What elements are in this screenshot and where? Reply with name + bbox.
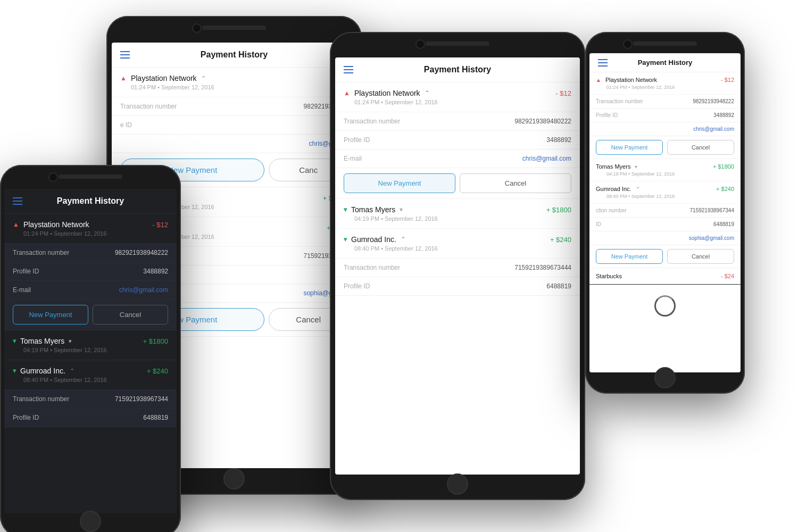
home-button-phone1[interactable]: [223, 468, 245, 489]
transaction-value2: 715921938967344: [115, 395, 168, 403]
transaction-row2: ction number 715921938967344: [589, 204, 741, 218]
link-icon: ⌃: [201, 75, 206, 82]
profile-value: 3488892: [546, 136, 571, 144]
action-row2-phone4: New Payment Cancel: [589, 245, 741, 268]
menu-icon-phone2[interactable]: [13, 197, 22, 205]
transaction-row: Transaction number 9829219389480222: [335, 112, 580, 131]
home-button-phone3[interactable]: [447, 473, 468, 495]
list-item[interactable]: ▾ Gumroad Inc. ⌃ + $240 08:40 PM • Septe…: [335, 229, 580, 259]
email-value: chris@gmail.com: [522, 155, 571, 162]
list-item[interactable]: Tomas Myers ▾ + $1800 04:19 PM • Septemb…: [589, 159, 741, 181]
email-label: E-mail: [344, 155, 362, 162]
cancel-button2[interactable]: Cancel: [667, 249, 734, 264]
phone-4-screen: Payment History ▲ Playstation Network - …: [589, 53, 741, 372]
transaction-label2: ction number: [596, 207, 627, 213]
transaction-value2: 7159219389673444: [514, 264, 571, 271]
menu-icon-phone1[interactable]: [120, 51, 130, 59]
email-value2: sophia@gmail.com: [689, 235, 734, 241]
list-item[interactable]: Starbucks - $24: [589, 268, 741, 285]
transaction-row2: Transaction number 715921938967344: [4, 390, 177, 409]
list-item[interactable]: ▲ Playstation Network - $12 01:24 PM • S…: [4, 214, 177, 244]
payment-time: 01:24 PM • September 12, 2016: [131, 84, 348, 90]
payment-time: 01:24 PM • September 12, 2016: [606, 85, 734, 90]
phone3-content: ▲ Playstation Network ⌃ - $12 01:24 PM •…: [335, 82, 580, 473]
payment-name: Playstation Network: [23, 220, 89, 229]
profile-row: e ID 348...: [112, 116, 356, 135]
app-title-phone4: Payment History: [638, 59, 693, 66]
profile-row: Profile ID 3488892: [589, 109, 741, 122]
profile-label: Profile ID: [596, 112, 618, 118]
list-item[interactable]: ▲ Playstation Network ⌃ 01:24 PM • Septe…: [112, 68, 356, 97]
menu-icon-phone3[interactable]: [344, 66, 353, 73]
payment-time: 04:19 PM • September 12, 2016: [23, 347, 168, 353]
app-header-phone1: Payment History: [112, 43, 356, 68]
list-item[interactable]: ▾ Tomas Myers ▾ + $1800 04:19 PM • Septe…: [335, 199, 580, 229]
list-item[interactable]: ▾ Tomas Myers ▾ + $1800 04:19 PM • Septe…: [4, 330, 177, 360]
payment-amount: + $240: [147, 367, 168, 375]
action-row-phone2: New Payment Cancel: [4, 300, 177, 330]
transaction-row: Transaction number 98292193894...: [112, 97, 356, 116]
link-icon: ⌃: [70, 368, 74, 375]
new-payment-button[interactable]: New Payment: [596, 140, 663, 155]
app-header-phone2: Payment History: [4, 189, 177, 214]
list-item[interactable]: Gumroad Inc. ⌃ + $240 08:40 PM • Septemb…: [589, 181, 741, 204]
phone4-content: ▲ Playstation Network - $12 01:24 PM • S…: [589, 72, 741, 369]
new-payment-button[interactable]: New Payment: [344, 173, 455, 193]
link-icon: ⌃: [425, 89, 430, 97]
payment-name: Gumroad Inc.: [20, 367, 65, 375]
app-title-phone1: Payment History: [201, 50, 268, 60]
profile-row2: Profile ID 6488819: [4, 409, 177, 427]
list-item[interactable]: ▾ Gumroad Inc. ⌃ + $240 08:40 PM • Septe…: [4, 360, 177, 390]
email-label: E-mail: [13, 286, 31, 294]
chevron-up-icon: ▲: [596, 77, 601, 83]
menu-icon-phone4[interactable]: [598, 59, 608, 66]
new-payment-button[interactable]: New Payment: [13, 305, 88, 325]
payment-time: 08:40 PM • September 12, 2016: [354, 245, 571, 252]
home-button-phone2[interactable]: [80, 511, 101, 532]
phone-3-screen: Payment History ▲ Playstation Network ⌃ …: [335, 57, 580, 475]
profile-row2: ID 6488819: [589, 218, 741, 231]
payment-name: Tomas Myers: [20, 337, 64, 345]
chevron-down-icon: ▾: [13, 337, 16, 345]
payment-amount: + $240: [716, 186, 734, 192]
home-button-phone4[interactable]: [654, 367, 676, 388]
new-payment-button2[interactable]: New Payment: [596, 249, 663, 264]
payment-amount: + $1800: [546, 206, 571, 214]
payment-name: Tomas Myers: [351, 205, 395, 214]
chevron-up-icon: ▲: [344, 89, 350, 97]
payment-amount: - $12: [555, 89, 571, 97]
payment-amount: - $24: [721, 273, 734, 279]
profile-value2: 6488819: [713, 221, 734, 227]
payment-amount: + $1800: [143, 337, 168, 345]
list-item[interactable]: ▲ Playstation Network ⌃ - $12 01:24 PM •…: [335, 82, 580, 112]
cancel-button[interactable]: Cancel: [460, 173, 571, 193]
payment-name: Gumroad Inc.: [596, 186, 631, 192]
profile-value: 3488892: [713, 112, 734, 118]
payment-time: 04:19 PM • September 12, 2016: [354, 215, 571, 222]
payment-name: Gumroad Inc.: [351, 235, 396, 244]
app-header-phone3: Payment History: [335, 57, 580, 82]
profile-value: 3488892: [143, 268, 168, 275]
profile-row: Profile ID 3488892: [335, 131, 580, 149]
cancel-button[interactable]: Cancel: [93, 305, 168, 325]
phone-4: Payment History ▲ Playstation Network - …: [585, 32, 745, 394]
payment-name: Playstation Network: [605, 77, 657, 83]
profile-row: Profile ID 3488892: [4, 262, 177, 281]
payment-time: 01:24 PM • September 12, 2016: [354, 99, 571, 105]
payment-time: 08:40 PM • September 12, 2016: [23, 377, 168, 383]
transaction-label2: Transaction number: [344, 264, 400, 271]
payment-amount: - $12: [152, 221, 168, 229]
phone2-content: ▲ Playstation Network - $12 01:24 PM • S…: [4, 214, 177, 513]
email-row2: sophia@gmail.com: [589, 231, 741, 245]
payment-name: Playstation Network: [131, 74, 197, 82]
link-icon: ⌃: [636, 186, 640, 192]
chevron-down-icon: ▾: [635, 164, 637, 170]
list-item[interactable]: ▲ Playstation Network - $12 01:24 PM • S…: [589, 72, 741, 95]
cancel-button[interactable]: Cancel: [667, 140, 734, 155]
payment-name: Starbucks: [596, 273, 622, 279]
profile-label2: Profile ID: [13, 414, 39, 421]
action-row-phone4: New Payment Cancel: [589, 136, 741, 159]
action-row-phone3: New Payment Cancel: [335, 168, 580, 199]
email-value: chris@gmail.com: [693, 126, 734, 132]
phone-2-screen: Payment History ▲ Playstation Network - …: [4, 189, 177, 513]
